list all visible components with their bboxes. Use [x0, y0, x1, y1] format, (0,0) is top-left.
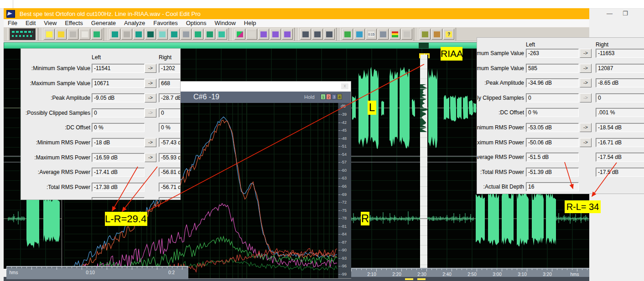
- timeline-label: 2:30: [417, 272, 426, 277]
- timeline-label: 0:2: [168, 270, 175, 275]
- copy-to-right-button[interactable]: ->: [145, 153, 156, 162]
- stats-row: [21, 197, 180, 200]
- stats-value-right[interactable]: -18.54 dB: [596, 123, 644, 132]
- timeline-tick: [542, 269, 542, 270]
- copy-to-right-button[interactable]: ->: [145, 79, 156, 88]
- stats-value-left[interactable]: [92, 197, 145, 200]
- timeline-tick: [532, 269, 532, 270]
- stats-value-left[interactable]: -51.39 dB: [526, 168, 579, 177]
- db-tick-mark: [338, 234, 340, 235]
- timeline-tick: [57, 267, 57, 270]
- copy-to-right-button: ->: [580, 93, 592, 102]
- timeline-left[interactable]: hms0:100:2: [6, 266, 188, 279]
- copy-to-right-button[interactable]: ->: [145, 64, 156, 73]
- stats-value-left[interactable]: 0: [526, 93, 579, 102]
- stats-row: Minimum Sample Value:-263->-11653: [477, 49, 644, 59]
- timeline-tick: [157, 267, 157, 270]
- timeline-tick: [552, 269, 552, 271]
- stats-value-left[interactable]: -51.5 dB: [526, 153, 579, 162]
- timeline-tick: [396, 269, 397, 270]
- stats-value-right[interactable]: [159, 197, 181, 200]
- timeline-unit: hms: [10, 270, 18, 275]
- stats-value-right[interactable]: -8.65 dB: [596, 78, 644, 87]
- stats-value-left[interactable]: 0 %: [92, 123, 145, 132]
- close-icon[interactable]: x: [341, 83, 348, 89]
- stats-value-left[interactable]: -263: [526, 49, 579, 58]
- stats-value-right[interactable]: -17.5 dB: [596, 168, 644, 177]
- stats-value-right[interactable]: -55.93 dB: [159, 153, 181, 162]
- timeline-label: 2:20: [392, 272, 401, 277]
- hold-button-1[interactable]: 1: [321, 94, 326, 100]
- copy-to-right-button[interactable]: ->: [580, 64, 592, 73]
- timeline-tick: [67, 267, 67, 268]
- copy-to-right-button[interactable]: ->: [145, 138, 156, 147]
- timeline-tick: [381, 269, 382, 270]
- annotation-riaa: RIAA: [441, 47, 462, 61]
- stats-value-right[interactable]: -11653: [596, 49, 644, 58]
- stats-value-right[interactable]: -56.71 dB: [159, 183, 181, 192]
- stats-value-right[interactable]: 0: [159, 108, 181, 118]
- timeline-tick: [472, 269, 472, 270]
- stats-value-right[interactable]: -16.71 dB: [596, 138, 644, 147]
- stats-value-right[interactable]: 668: [159, 79, 181, 88]
- stats-value-right[interactable]: 0 %: [159, 123, 181, 132]
- stats-value-left[interactable]: -17.38 dB: [92, 183, 145, 192]
- timeline-right[interactable]: 2:102:202:302:402:503:003:103:20hms: [351, 268, 589, 278]
- selection-handle-right[interactable]: [425, 53, 430, 58]
- timeline-tick: [406, 269, 407, 270]
- stats-value-right[interactable]: -57.43 dB: [159, 138, 181, 147]
- stats-value-left[interactable]: -50.06 dB: [526, 138, 579, 147]
- timeline-tick: [31, 267, 32, 270]
- stats-value-right[interactable]: .001 %: [596, 108, 644, 117]
- timeline-tick: [16, 267, 17, 268]
- stats-value-left[interactable]: 16: [526, 182, 579, 191]
- db-tick-label: -87: [341, 240, 347, 245]
- timeline-tick: [72, 267, 72, 268]
- stats-value-left[interactable]: -53.05 dB: [526, 123, 579, 132]
- stats-value-right[interactable]: -1202: [159, 64, 181, 73]
- db-tick-label: -72: [341, 200, 347, 204]
- timeline-tick: [582, 269, 582, 270]
- db-tick-label: -42: [341, 120, 347, 125]
- timeline-tick: [42, 267, 42, 268]
- stats-value-left[interactable]: -16.59 dB: [92, 153, 145, 162]
- selection-handle-left[interactable]: [419, 53, 424, 58]
- db-tick-label: -90: [341, 248, 347, 252]
- copy-to-right-button[interactable]: ->: [580, 138, 592, 147]
- copy-to-right-button[interactable]: ->: [580, 78, 592, 87]
- stats-value-right[interactable]: -56.81 dB: [159, 168, 181, 177]
- stats-value-right[interactable]: 12087: [596, 64, 644, 73]
- db-tick-label: -84: [341, 232, 347, 236]
- copy-to-right-button[interactable]: ->: [145, 93, 156, 102]
- timeline-tick: [492, 269, 492, 270]
- timeline-tick: [77, 267, 77, 268]
- stats-value-left[interactable]: -18 dB: [92, 138, 145, 147]
- stats-value-left[interactable]: 0 %: [526, 108, 579, 117]
- stats-value-right[interactable]: -17.54 dB: [596, 153, 644, 162]
- stats-value-right[interactable]: -28.7 dB: [159, 93, 181, 102]
- stats-value-right[interactable]: 0: [596, 93, 644, 102]
- hold-button-4[interactable]: 4: [337, 94, 342, 100]
- copy-to-right-button[interactable]: ->: [580, 49, 592, 58]
- stats-value-left[interactable]: 585: [526, 64, 579, 73]
- timeline-tick: [36, 267, 37, 268]
- timeline-tick: [391, 269, 392, 270]
- screenshot-root: Best spe test Ortofon old cut100Hz. Line…: [0, 0, 644, 281]
- copy-to-right-button[interactable]: ->: [580, 123, 592, 132]
- stats-row: Maximum RMS Power:-50.06 dB->-16.71 dB: [477, 138, 644, 148]
- stats-value-left[interactable]: -9.05 dB: [92, 93, 145, 102]
- db-tick-mark: [338, 146, 340, 147]
- stats-value-left[interactable]: 0: [92, 108, 145, 118]
- stats-value-left[interactable]: -34.96 dB: [526, 78, 579, 87]
- timeline-tick: [167, 267, 167, 268]
- stats-value-left[interactable]: -11541: [92, 64, 145, 73]
- db-tick-label: -93: [341, 256, 347, 261]
- hold-button-2[interactable]: 2: [326, 94, 331, 100]
- stats-value-left[interactable]: 10671: [92, 79, 145, 88]
- stats-row: Possibly Clipped Samples:0->0: [21, 108, 180, 118]
- stats-row: Total RMS Power:-51.39 dB-17.5 dB: [477, 168, 644, 178]
- db-tick-label: -96: [341, 264, 347, 268]
- stats-row-label: Maximum Sample Value:: [477, 65, 524, 72]
- stats-value-left[interactable]: -17.41 dB: [92, 168, 145, 177]
- hold-button-3[interactable]: 3: [332, 94, 337, 100]
